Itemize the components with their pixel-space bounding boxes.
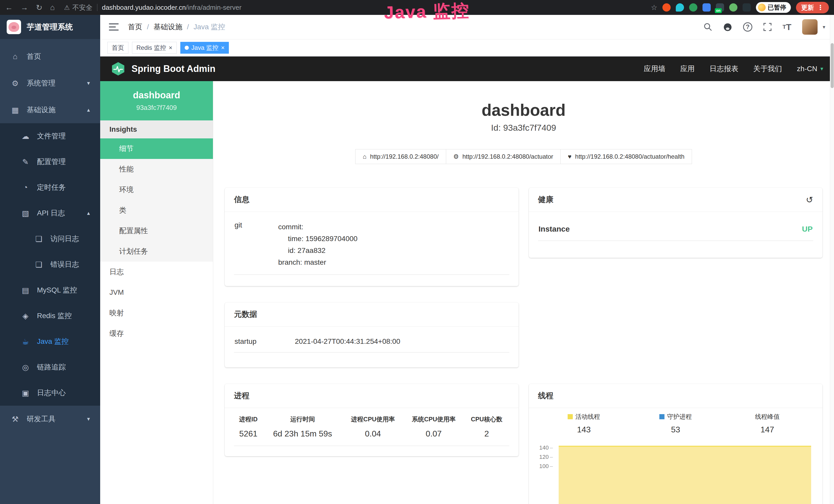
api-log-icon: ▧ (21, 209, 30, 218)
extension-icon-4[interactable] (702, 3, 711, 12)
page-subtitle: Id: 93a3fc7f7409 (225, 123, 822, 133)
sidebar-item-label: API 日志 (37, 208, 65, 218)
document-icon: ❏ (34, 260, 44, 269)
sba-group-insights: Insights (100, 120, 213, 138)
legend-live-threads: 活动线程 143 (538, 413, 630, 434)
address-divider (97, 4, 97, 11)
back-icon[interactable]: ← (5, 3, 13, 12)
sidebar-item-access-log[interactable]: ❏ 访问日志 (0, 226, 100, 252)
update-button[interactable]: 更新 ⋮ (796, 2, 829, 13)
sba-item-config-props[interactable]: 配置属性 (100, 221, 213, 241)
sba-item-logs[interactable]: 日志 (100, 261, 213, 282)
close-icon[interactable]: × (221, 45, 224, 51)
sba-language-select[interactable]: zh-CN ▾ (797, 65, 823, 73)
forward-icon[interactable]: → (21, 3, 28, 12)
process-card: 进程 进程ID 运行时间 进程CPU使用率 系统CPU使用率 CPU核心数 (225, 384, 519, 456)
metadata-row-startup: startup 2021-04-27T00:44:31.254+08:00 (234, 336, 509, 352)
tags-bar: 首页 Redis 监控 × Java 监控 × (100, 39, 834, 56)
avatar-caret-icon[interactable]: ▾ (823, 24, 825, 30)
address-bar[interactable]: ⚠ 不安全 dashboard.yudao.iocoder.cn/infra/a… (64, 3, 241, 12)
browser-home-icon[interactable]: ⌂ (50, 3, 55, 12)
app-logo[interactable]: 芋道管理系统 (0, 15, 100, 39)
sidebar-item-label: 文件管理 (37, 131, 66, 141)
sba-item-classes[interactable]: 类 (100, 200, 213, 221)
wrench-icon: ⚙ (453, 153, 459, 160)
reload-icon[interactable]: ↻ (36, 3, 42, 12)
sidebar-item-log-center[interactable]: ▣ 日志中心 (0, 380, 100, 406)
history-icon[interactable]: ↺ (806, 194, 813, 205)
bookmark-star-icon[interactable]: ☆ (651, 3, 657, 12)
font-size-icon[interactable]: TT (783, 22, 791, 32)
scrollbar-thumb[interactable] (831, 43, 834, 88)
sba-language-label: zh-CN (797, 65, 817, 73)
tag-label: Java 监控 (191, 44, 218, 52)
extension-icon-1[interactable] (662, 3, 671, 12)
tag-redis-monitor[interactable]: Redis 监控 × (132, 42, 177, 54)
help-icon[interactable]: ? (743, 22, 752, 31)
sba-sidebar: dashboard 93a3fc7f7409 Insights 细节 性能 环境… (100, 81, 213, 504)
close-icon[interactable]: × (169, 45, 172, 51)
extension-icon-5[interactable]: on (716, 3, 724, 12)
avatar[interactable] (802, 19, 817, 35)
sidebar-item-infra[interactable]: ▦ 基础设施 ▴ (0, 96, 100, 123)
sidebar-item-config-manage[interactable]: ✎ 配置管理 (0, 149, 100, 175)
hamburger-icon[interactable] (109, 23, 119, 30)
sidebar-item-dev-tools[interactable]: ⚒ 研发工具 ▾ (0, 406, 100, 432)
sba-item-mappings[interactable]: 映射 (100, 303, 213, 323)
sba-nav-journal[interactable]: 日志报表 (710, 64, 739, 74)
sba-item-environment[interactable]: 环境 (100, 180, 213, 200)
fullscreen-icon[interactable] (763, 23, 772, 31)
sidebar-item-error-log[interactable]: ❏ 错误日志 (0, 252, 100, 277)
sidebar-item-java-monitor[interactable]: ☕ Java 监控 (0, 329, 100, 354)
breadcrumb-infra[interactable]: 基础设施 (154, 22, 182, 32)
log-center-icon: ▣ (21, 388, 30, 397)
sidebar-item-home[interactable]: ⌂ 首页 (0, 43, 100, 70)
browser-menu-icon[interactable]: ⋮ (817, 4, 824, 12)
link-actuator-url[interactable]: ⚙ http://192.168.0.2:48080/actuator (446, 149, 561, 164)
sba-instance-header[interactable]: dashboard 93a3fc7f7409 (100, 81, 213, 120)
sidebar-item-system[interactable]: ⚙ 系统管理 ▾ (0, 70, 100, 96)
sidebar-item-redis-monitor[interactable]: ◈ Redis 监控 (0, 303, 100, 329)
breadcrumb-home[interactable]: 首页 (128, 22, 142, 32)
extension-icon-3[interactable] (689, 3, 697, 12)
security-warning-icon[interactable]: ⚠ (64, 4, 70, 11)
extension-icon-7[interactable] (743, 3, 751, 12)
paused-extension-pill[interactable]: 已暂停 (756, 2, 791, 13)
sidebar-item-mysql-monitor[interactable]: ▤ MySQL 监控 (0, 277, 100, 303)
sidebar-item-scheduled-job[interactable]: ◔ 定时任务 (0, 175, 100, 200)
github-icon[interactable] (723, 22, 732, 31)
sidebar-item-label: 链路追踪 (37, 362, 66, 372)
process-val-cores: 2 (464, 427, 509, 446)
tag-java-monitor[interactable]: Java 监控 × (180, 42, 229, 54)
sba-item-caches[interactable]: 缓存 (100, 323, 213, 344)
extension-icon-2[interactable] (676, 3, 684, 12)
link-health-url[interactable]: ♥ http://192.168.0.2:48080/actuator/heal… (561, 149, 692, 164)
sba-item-scheduled-tasks[interactable]: 计划任务 (100, 241, 213, 261)
annotation-java-monitor: Java 监控 (384, 0, 470, 24)
paused-label: 已暂停 (768, 3, 786, 12)
sidebar-item-label: 配置管理 (37, 157, 66, 167)
link-service-url[interactable]: ⌂ http://192.168.0.2:48080/ (355, 149, 446, 164)
sba-item-performance[interactable]: 性能 (100, 159, 213, 180)
process-col-uptime: 运行时间 (263, 411, 343, 427)
sidebar-item-label: 日志中心 (37, 388, 66, 398)
sidebar-item-label: 基础设施 (27, 105, 56, 115)
sba-nav-about[interactable]: 关于我们 (753, 64, 782, 74)
sba-nav-wall[interactable]: 应用墙 (644, 64, 665, 74)
sidebar-item-api-log[interactable]: ▧ API 日志 ▴ (0, 200, 100, 226)
extension-icon-6[interactable] (729, 3, 738, 12)
sba-item-jvm[interactable]: JVM (100, 282, 213, 303)
sba-item-details[interactable]: 细节 (100, 138, 213, 159)
metadata-card-title: 元数据 (225, 302, 519, 327)
security-warning-label: 不安全 (72, 3, 92, 12)
sba-nav-applications[interactable]: 应用 (680, 64, 695, 74)
search-icon[interactable] (704, 23, 712, 31)
sidebar-item-label: 定时任务 (37, 183, 66, 192)
sba-brand[interactable]: Spring Boot Admin (111, 62, 216, 76)
sidebar-item-trace[interactable]: ◎ 链路追踪 (0, 354, 100, 380)
redis-icon: ◈ (21, 312, 30, 320)
sidebar-item-file-manage[interactable]: ☁ 文件管理 (0, 123, 100, 149)
sba-body: dashboard 93a3fc7f7409 Insights 细节 性能 环境… (100, 81, 834, 504)
tag-home[interactable]: 首页 (107, 42, 128, 54)
chevron-down-icon: ▾ (87, 416, 90, 422)
